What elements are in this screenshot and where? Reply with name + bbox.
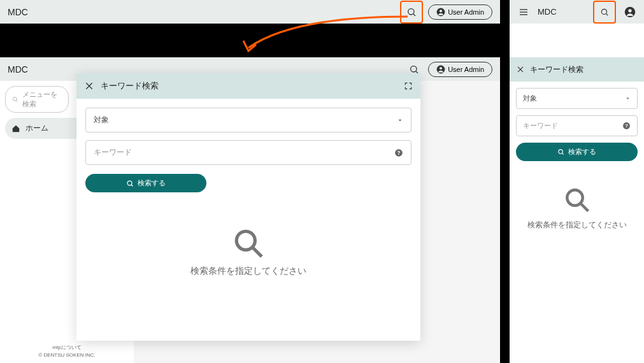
close-icon <box>516 65 525 74</box>
chevron-down-icon <box>625 96 631 101</box>
menu-search-input[interactable]: メニューを検索 <box>5 86 69 113</box>
sidebar-home-label: ホーム <box>25 123 48 134</box>
close-icon <box>84 81 94 91</box>
search-icon <box>233 227 264 259</box>
svg-point-4 <box>411 66 417 71</box>
search-icon <box>12 96 18 103</box>
search-button[interactable]: 検索する <box>516 143 638 161</box>
svg-line-15 <box>131 185 132 186</box>
empty-state: 検索条件を指定してください <box>85 227 411 277</box>
target-select[interactable]: 対象 <box>85 108 411 132</box>
search-button-label: 検索する <box>568 147 596 157</box>
user-admin-button[interactable]: User Admin <box>428 4 492 20</box>
help-icon[interactable]: ? <box>622 122 631 130</box>
svg-text:?: ? <box>625 123 628 129</box>
svg-point-8 <box>13 97 17 101</box>
svg-point-29 <box>559 150 562 153</box>
svg-point-14 <box>127 181 132 185</box>
svg-point-24 <box>628 9 631 12</box>
footer-link[interactable]: mtpについて <box>0 344 134 351</box>
search-icon <box>126 180 134 187</box>
search-highlight-box <box>593 1 616 24</box>
user-admin-label: User Admin <box>448 66 484 73</box>
svg-point-3 <box>440 10 442 12</box>
menu-search-placeholder: メニューを検索 <box>22 90 62 109</box>
empty-message: 検索条件を指定してください <box>516 220 638 231</box>
search-highlight-box <box>400 1 423 24</box>
mobile-modal-body: 対象 キーワード ? 検索する 検索条件を指定してください <box>510 82 644 237</box>
search-icon-button[interactable] <box>596 3 613 21</box>
modal-title: キーワード検索 <box>101 80 397 92</box>
search-button[interactable]: 検索する <box>85 174 206 192</box>
fullscreen-icon <box>404 82 413 90</box>
modal-header: キーワード検索 <box>76 73 420 99</box>
svg-text:?: ? <box>397 150 401 155</box>
search-button-label: 検索する <box>138 178 166 188</box>
svg-line-32 <box>580 203 588 211</box>
user-icon-button[interactable] <box>621 3 639 21</box>
hamburger-button[interactable] <box>515 3 533 21</box>
svg-line-9 <box>17 101 18 102</box>
target-select-label: 対象 <box>94 115 109 125</box>
search-icon <box>406 7 417 17</box>
desktop-view: MDC User Admin メニューを検索 ホーム <box>0 57 500 363</box>
copyright-text: © DENTSU SOKEN INC. <box>0 352 134 358</box>
keyword-search-modal: キーワード検索 対象 キーワード ? <box>76 73 420 341</box>
home-icon <box>11 124 20 133</box>
svg-point-0 <box>408 8 414 14</box>
svg-point-31 <box>567 190 583 206</box>
svg-line-22 <box>606 13 608 15</box>
close-button[interactable] <box>516 65 525 74</box>
modal-body: 対象 キーワード ? 検索する <box>76 99 420 286</box>
svg-point-21 <box>601 9 606 14</box>
target-select[interactable]: 対象 <box>516 88 638 109</box>
person-icon <box>624 6 636 18</box>
brand-label: MDC <box>538 7 557 17</box>
hamburger-icon <box>519 7 529 17</box>
target-select-label: 対象 <box>523 94 537 103</box>
user-admin-label: User Admin <box>448 8 484 16</box>
svg-line-17 <box>252 247 262 257</box>
keyword-input[interactable]: キーワード ? <box>516 115 638 136</box>
svg-line-1 <box>413 14 415 16</box>
keyword-placeholder: キーワード <box>523 121 622 131</box>
svg-point-7 <box>440 67 442 69</box>
modal-title: キーワード検索 <box>530 64 583 75</box>
chevron-down-icon <box>397 117 403 124</box>
empty-search-icon <box>85 227 411 259</box>
mobile-header: MDC <box>510 0 644 24</box>
person-icon <box>436 65 445 74</box>
empty-state: 検索条件を指定してください <box>516 187 638 231</box>
search-icon <box>557 148 564 155</box>
mobile-view: MDC キーワード検索 対象 <box>510 0 644 363</box>
search-icon <box>600 8 609 17</box>
search-icon-button[interactable] <box>403 3 420 21</box>
svg-line-30 <box>562 153 564 155</box>
empty-message: 検索条件を指定してください <box>85 266 411 277</box>
user-admin-button[interactable]: User Admin <box>428 62 492 77</box>
brand-label: MDC <box>8 64 28 75</box>
help-icon[interactable]: ? <box>394 148 403 157</box>
svg-point-16 <box>236 231 255 250</box>
fullscreen-button[interactable] <box>404 82 413 90</box>
empty-search-icon <box>516 187 638 213</box>
close-button[interactable] <box>84 81 94 91</box>
top-header-desktop: MDC User Admin <box>0 0 500 24</box>
sidebar-footer: mtpについて © DENTSU SOKEN INC. <box>0 344 134 358</box>
keyword-input[interactable]: キーワード ? <box>85 140 411 165</box>
keyword-placeholder: キーワード <box>94 147 394 158</box>
mobile-modal-header: キーワード検索 <box>510 57 644 82</box>
person-icon <box>436 8 445 17</box>
search-icon <box>564 187 590 213</box>
brand-label: MDC <box>8 7 28 17</box>
